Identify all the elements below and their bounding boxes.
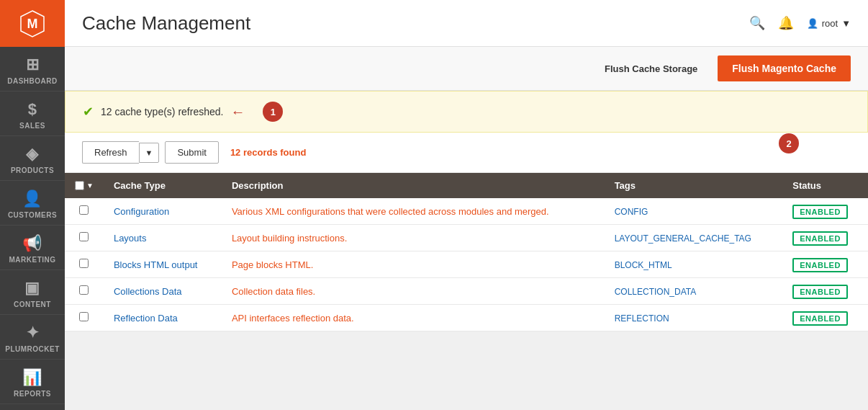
products-icon: ◈ — [26, 145, 39, 164]
flush-cache-storage-button[interactable]: Flush Cache Storage — [593, 58, 709, 80]
row-checkbox-cell[interactable] — [65, 278, 104, 305]
tag-value: COLLECTION_DATA — [615, 287, 697, 297]
row-cache-type: Blocks HTML output — [104, 251, 222, 278]
row-description: Page blocks HTML. — [222, 251, 605, 278]
cache-type-link[interactable]: Configuration — [114, 206, 169, 217]
row-checkbox[interactable] — [79, 312, 89, 321]
submit-button[interactable]: Submit — [165, 141, 218, 164]
row-checkbox[interactable] — [79, 285, 89, 295]
cache-table: ▼ Cache Type Description Tags Status Con… — [65, 173, 868, 331]
row-status: ENABLED — [782, 251, 868, 278]
table-header-status: Status — [782, 173, 868, 198]
dashboard-icon: ⊞ — [26, 55, 40, 74]
row-checkbox[interactable] — [79, 232, 89, 241]
search-icon[interactable]: 🔍 — [749, 15, 765, 31]
cache-type-link[interactable]: Reflection Data — [114, 313, 178, 324]
content-icon: ▣ — [24, 279, 40, 298]
sidebar-item-label: PLUMROCKET — [5, 345, 60, 353]
sidebar-logo: M — [0, 0, 65, 47]
row-tags: BLOCK_HTML — [605, 251, 783, 278]
notifications-icon[interactable]: 🔔 — [778, 15, 794, 31]
chevron-down-icon: ▼ — [841, 18, 851, 29]
row-tags: CONFIG — [605, 198, 783, 225]
cache-type-link[interactable]: Collections Data — [114, 286, 182, 297]
sales-icon: $ — [28, 100, 37, 119]
callout-badge-1: 1 — [263, 102, 283, 122]
status-badge: ENABLED — [792, 258, 848, 272]
sidebar-item-products[interactable]: ◈ PRODUCTS — [0, 136, 65, 181]
row-tags: REFLECTION — [605, 305, 783, 331]
toolbar: Refresh ▼ Submit 12 records found — [65, 133, 868, 173]
tag-value: REFLECTION — [615, 313, 669, 324]
row-checkbox[interactable] — [79, 259, 89, 268]
tag-value: BLOCK_HTML — [615, 260, 672, 270]
user-name: root — [822, 18, 838, 29]
row-cache-type: Reflection Data — [104, 305, 222, 331]
row-status: ENABLED — [782, 198, 868, 225]
sidebar-item-plumrocket[interactable]: ✦ PLUMROCKET — [0, 315, 65, 360]
row-status: ENABLED — [782, 305, 868, 331]
refresh-button[interactable]: Refresh — [82, 141, 139, 164]
row-checkbox-cell[interactable] — [65, 305, 104, 331]
row-tags: LAYOUT_GENERAL_CACHE_TAG — [605, 225, 783, 251]
table-row: Reflection Data API interfaces reflectio… — [65, 305, 868, 331]
row-description: Collection data files. — [222, 278, 605, 305]
sidebar-item-customers[interactable]: 👤 CUSTOMERS — [0, 181, 65, 226]
sidebar-item-label: PRODUCTS — [11, 166, 54, 174]
row-checkbox-cell[interactable] — [65, 251, 104, 278]
row-description: API interfaces reflection data. — [222, 305, 605, 331]
cache-type-link[interactable]: Blocks HTML output — [114, 259, 198, 270]
table-header-row: ▼ Cache Type Description Tags Status — [65, 173, 868, 198]
arrow-left-icon: ← — [230, 104, 245, 120]
sidebar-item-label: MARKETING — [9, 256, 55, 264]
plumrocket-icon: ✦ — [26, 324, 40, 342]
sidebar-item-label: DASHBOARD — [7, 77, 58, 85]
sidebar-item-label: CUSTOMERS — [8, 211, 57, 219]
content-area: Flush Cache Storage Flush Magento Cache … — [65, 47, 868, 410]
sidebar-item-label: SALES — [19, 122, 45, 130]
row-cache-type: Configuration — [104, 198, 222, 225]
row-tags: COLLECTION_DATA — [605, 278, 783, 305]
row-description: Various XML configurations that were col… — [222, 198, 605, 225]
user-menu[interactable]: 👤 root ▼ — [807, 18, 851, 29]
header-actions: 🔍 🔔 👤 root ▼ — [749, 15, 851, 31]
table-header-checkbox[interactable]: ▼ — [65, 173, 104, 198]
sidebar-item-label: REPORTS — [14, 390, 51, 398]
success-check-icon: ✔ — [83, 104, 94, 120]
row-status: ENABLED — [782, 278, 868, 305]
status-badge: ENABLED — [792, 205, 848, 219]
cache-type-link[interactable]: Layouts — [114, 233, 147, 244]
row-checkbox-cell[interactable] — [65, 225, 104, 251]
table-row: Collections Data Collection data files. … — [65, 278, 868, 305]
sidebar-item-dashboard[interactable]: ⊞ DASHBOARD — [0, 47, 65, 92]
customers-icon: 👤 — [22, 190, 42, 208]
table-row: Layouts Layout building instructions. LA… — [65, 225, 868, 251]
action-bar: Flush Cache Storage Flush Magento Cache — [65, 47, 868, 91]
callout-badge-2: 2 — [779, 133, 799, 153]
table-header-cache-type: Cache Type — [104, 173, 222, 198]
row-cache-type: Layouts — [104, 225, 222, 251]
success-banner: ✔ 12 cache type(s) refreshed. ← 1 2 — [65, 91, 868, 133]
reports-icon: 📊 — [22, 368, 42, 387]
table-row: Configuration Various XML configurations… — [65, 198, 868, 225]
sidebar-item-sales[interactable]: $ SALES — [0, 92, 65, 136]
chevron-down-icon[interactable]: ▼ — [86, 182, 94, 190]
sidebar-item-marketing[interactable]: 📢 MARKETING — [0, 226, 65, 270]
row-checkbox-cell[interactable] — [65, 198, 104, 225]
cache-table-container: ▼ Cache Type Description Tags Status Con… — [65, 173, 868, 331]
status-badge: ENABLED — [792, 285, 848, 299]
sidebar: M ⊞ DASHBOARD $ SALES ◈ PRODUCTS 👤 CUSTO… — [0, 0, 65, 410]
page-title: Cache Management — [82, 12, 749, 35]
tag-value: CONFIG — [615, 207, 648, 217]
row-checkbox[interactable] — [79, 205, 89, 215]
refresh-dropdown-button[interactable]: ▼ — [139, 143, 160, 163]
sidebar-item-content[interactable]: ▣ CONTENT — [0, 270, 65, 315]
row-status: ENABLED — [782, 225, 868, 251]
top-header: Cache Management 🔍 🔔 👤 root ▼ — [65, 0, 868, 47]
status-badge: ENABLED — [792, 231, 848, 246]
select-all-checkbox[interactable] — [75, 181, 84, 190]
row-cache-type: Collections Data — [104, 278, 222, 305]
status-badge: ENABLED — [792, 311, 848, 326]
flush-magento-cache-button[interactable]: Flush Magento Cache — [718, 55, 851, 81]
sidebar-item-reports[interactable]: 📊 REPORTS — [0, 360, 65, 404]
